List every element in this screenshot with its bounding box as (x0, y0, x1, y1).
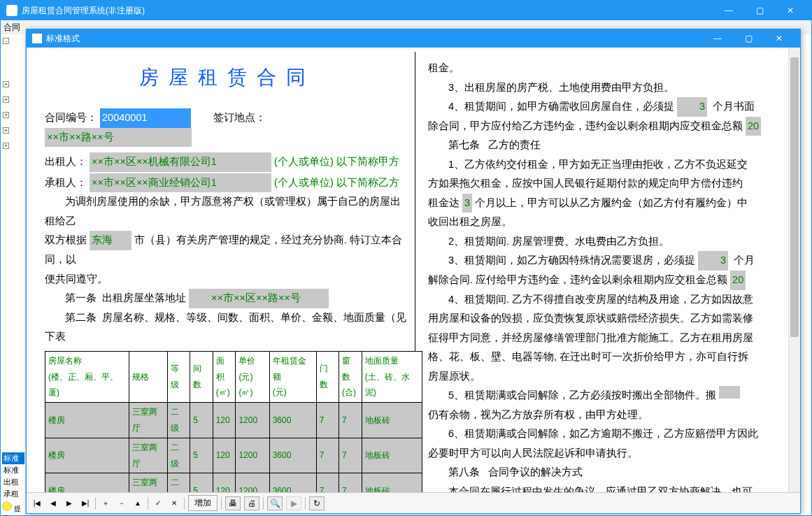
house-table-cell[interactable]: 3600 (269, 438, 316, 473)
tree-panel[interactable]: - + + + + + (1, 34, 26, 515)
print-preview-button[interactable]: 🖶 (225, 496, 241, 510)
sign-place-label: 签订地点： (213, 112, 266, 123)
house-table-cell[interactable]: 5 (190, 473, 213, 492)
menu-contract[interactable]: 合同 (3, 22, 20, 34)
next-record-button[interactable]: ▶ (63, 497, 76, 510)
house-table-cell[interactable]: 1200 (236, 403, 269, 438)
intro-line-3: 便共同遵守。 (45, 270, 409, 289)
house-table-header: 面积(㎡) (213, 351, 236, 402)
house-table-cell[interactable]: 3600 (269, 473, 316, 492)
last-record-button[interactable]: ▶| (79, 497, 92, 510)
contract-no-label: 合同编号： (45, 112, 97, 123)
house-table-cell[interactable]: 地板砖 (362, 473, 422, 492)
lessee-field[interactable]: ××市××区××商业经销公司1 (90, 173, 271, 193)
maximize-button[interactable]: ▢ (744, 1, 775, 20)
house-table-cell[interactable]: 三室两厅 (129, 473, 168, 492)
commit-button[interactable]: ✓ (152, 497, 164, 510)
modal-title: 标准格式 (46, 33, 80, 45)
side-tab[interactable]: 承租 (2, 488, 24, 500)
modal-maximize-button[interactable]: ▢ (733, 29, 764, 48)
refresh-button[interactable]: ↻ (309, 496, 325, 510)
delete-record-button[interactable]: － (115, 497, 128, 510)
house-table-header: 单价(元)(㎡) (236, 351, 269, 402)
house-table-cell[interactable]: 1200 (236, 438, 269, 473)
side-tab[interactable]: 标准 (2, 452, 24, 464)
house-table-cell[interactable]: 楼房 (45, 438, 129, 473)
house-table-cell[interactable]: 5 (190, 403, 213, 438)
lessor-field[interactable]: ××市××区××机械有限公司1 (90, 152, 271, 172)
edit-record-button[interactable]: ▲ (131, 497, 144, 510)
house-table-cell[interactable]: 7 (316, 438, 339, 473)
first-record-button[interactable]: |◀ (31, 497, 43, 510)
house-table-cell[interactable]: 三室两厅 (129, 403, 168, 438)
house-table-cell[interactable]: 7 (316, 403, 339, 438)
house-table-cell[interactable]: 120 (213, 438, 236, 473)
contract-no-field[interactable]: 20040001 (100, 108, 191, 128)
tree-expand-icon[interactable]: + (3, 96, 9, 103)
house-table-header: 房屋名称(楼、正、厢、平、厦) (45, 351, 129, 402)
house-table-cell[interactable]: 3600 (269, 403, 316, 438)
house-table-cell[interactable]: 120 (213, 473, 236, 492)
minimize-button[interactable]: — (713, 1, 744, 20)
article-1-label: 第一条 (65, 292, 97, 303)
house-table-cell[interactable]: 二级 (168, 403, 190, 438)
house-table-cell[interactable]: 三室两厅 (129, 438, 168, 473)
sign-place-field[interactable]: ××市××路××号 (45, 128, 192, 148)
doc-title: 房屋租赁合同 (45, 59, 409, 96)
article-8-label: 第八条 (448, 466, 480, 478)
house-table-cell[interactable]: 120 (213, 403, 236, 438)
lessee-label: 承租人： (45, 177, 87, 188)
vertical-scrollbar[interactable] (788, 48, 800, 492)
modal-minimize-button[interactable]: — (702, 29, 733, 48)
tree-expand-icon[interactable]: + (3, 112, 9, 118)
moveout-field[interactable] (719, 386, 740, 399)
house-table-cell[interactable]: 地板砖 (362, 403, 422, 438)
house-table-row[interactable]: 楼房三室两厅二级51201200360077地板砖 (45, 473, 422, 492)
house-table-cell[interactable]: 楼房 (45, 403, 129, 438)
arrears-months-field[interactable]: 3 (462, 194, 472, 213)
side-tab[interactable]: 出租 (2, 476, 24, 488)
lessor-label: 出租人： (45, 156, 87, 167)
side-panel-tabs: 标准 标准 出租 承租 (2, 452, 24, 500)
penalty-pct-field-2[interactable]: 20 (730, 271, 746, 290)
main-window-title: 房屋租赁合同管理系统(非注册版) (22, 5, 145, 17)
house-table-header: 门数 (316, 351, 339, 402)
scrollbar-thumb[interactable] (790, 57, 799, 337)
document-scroll[interactable]: 房屋租赁合同 合同编号： 20040001 签订地点： ××市××路××号 出租… (32, 52, 795, 492)
add-button[interactable]: 增加 (188, 495, 218, 511)
vacate-months-field[interactable]: 3 (698, 251, 728, 271)
article-1-addr-field[interactable]: ××市××区××路××号 (189, 289, 329, 308)
tree-expand-icon[interactable]: + (3, 127, 9, 134)
close-button[interactable]: ✕ (775, 1, 806, 20)
city-field[interactable]: 东海 (90, 231, 131, 250)
house-table-cell[interactable]: 二级 (168, 438, 190, 473)
bottom-toolbar: |◀ ◀ ▶ ▶| ＋ － ▲ ✓ ✕ 增加 🖶 🖨 🔍 ▶ ↻ (27, 492, 800, 513)
house-table-cell[interactable]: 5 (190, 438, 213, 473)
article-8-title: 合同争议的解决方式 (488, 466, 583, 478)
penalty-pct-field[interactable]: 20 (746, 117, 761, 136)
print-button[interactable]: 🖨 (244, 496, 259, 510)
format-modal: 标准格式 — ▢ ✕ 房屋租赁合同 合同编号： 20040001 (26, 29, 801, 514)
zoom-button[interactable]: 🔍 (267, 496, 283, 510)
house-table-cell[interactable]: 7 (316, 473, 339, 492)
house-table-cell[interactable]: 二级 (168, 473, 190, 492)
house-table-header: 间数 (190, 351, 213, 402)
house-table-cell[interactable]: 7 (339, 403, 362, 438)
add-record-button[interactable]: ＋ (99, 497, 112, 510)
bulb-icon (2, 501, 12, 511)
house-table-cell[interactable]: 7 (339, 473, 362, 492)
house-table-cell[interactable]: 1200 (236, 473, 269, 492)
side-tab[interactable]: 标准 (2, 464, 24, 476)
house-table-row[interactable]: 楼房三室两厅二级51201200360077地板砖 (45, 438, 422, 473)
house-table-cell[interactable]: 7 (339, 438, 362, 473)
house-table-row[interactable]: 楼房三室两厅二级51201200360077地板砖 (45, 403, 422, 438)
modal-close-button[interactable]: ✕ (764, 29, 795, 48)
cancel-button[interactable]: ✕ (168, 497, 180, 510)
notice-months-field[interactable]: 3 (677, 97, 707, 117)
prev-record-button[interactable]: ◀ (47, 497, 59, 510)
tree-expand-icon[interactable]: - (3, 38, 9, 44)
house-table-cell[interactable]: 地板砖 (362, 438, 422, 473)
tree-expand-icon[interactable]: + (3, 143, 9, 149)
house-table-cell[interactable]: 楼房 (45, 473, 129, 492)
tree-expand-icon[interactable]: + (3, 81, 9, 87)
